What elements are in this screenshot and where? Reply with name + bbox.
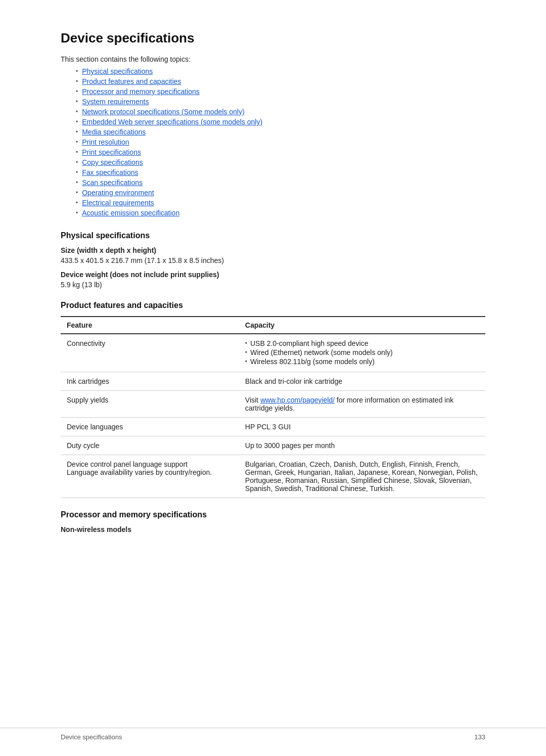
- toc-link-scan[interactable]: Scan specifications: [82, 179, 143, 187]
- capacity-cell: Visit www.hp.com/pageyield/ for more inf…: [239, 391, 485, 418]
- toc-item: Network protocol specifications (Some mo…: [76, 108, 485, 116]
- table-header-capacity: Capacity: [239, 317, 485, 334]
- table-row: Duty cycle Up to 3000 pages per month: [61, 436, 485, 455]
- feature-cell: Supply yields: [61, 391, 239, 418]
- toc-link-copy[interactable]: Copy specifications: [82, 158, 143, 166]
- table-row: Ink cartridges Black and tri-color ink c…: [61, 372, 485, 391]
- feature-cell: Duty cycle: [61, 436, 239, 455]
- table-header-feature: Feature: [61, 317, 239, 334]
- table-row: Device control panel language support La…: [61, 455, 485, 498]
- toc-item: Electrical requirements: [76, 199, 485, 207]
- toc-link-physical[interactable]: Physical specifications: [82, 67, 153, 75]
- toc-link-features[interactable]: Product features and capacities: [82, 77, 181, 85]
- toc-link-fax[interactable]: Fax specifications: [82, 168, 138, 176]
- table-row: Supply yields Visit www.hp.com/pageyield…: [61, 391, 485, 418]
- feature-cell: Ink cartridges: [61, 372, 239, 391]
- toc-link-operatingenv[interactable]: Operating environment: [82, 189, 154, 197]
- toc-link-system[interactable]: System requirements: [82, 98, 149, 106]
- toc-item: Acoustic emission specification: [76, 209, 485, 217]
- toc-item: Media specifications: [76, 128, 485, 136]
- feature-cell: Device languages: [61, 418, 239, 436]
- size-value: 433.5 x 401.5 x 216.7 mm (17.1 x 15.8 x …: [61, 256, 485, 264]
- toc-item: Fax specifications: [76, 168, 485, 176]
- footer-page-number: 133: [474, 733, 485, 741]
- toc-item: Physical specifications: [76, 67, 485, 75]
- non-wireless-label: Non-wireless models: [61, 525, 485, 533]
- toc-item: Print resolution: [76, 138, 485, 146]
- toc-item: Product features and capacities: [76, 77, 485, 85]
- capacity-cell: Black and tri-color ink cartridge: [239, 372, 485, 391]
- toc-link-printres[interactable]: Print resolution: [82, 138, 129, 146]
- size-label: Size (width x depth x height): [61, 246, 485, 254]
- toc-link-electrical[interactable]: Electrical requirements: [82, 199, 154, 207]
- toc-item: Scan specifications: [76, 179, 485, 187]
- toc-link-printspec[interactable]: Print specifications: [82, 148, 141, 156]
- capacity-cell: Bulgarian, Croatian, Czech, Danish, Dutc…: [239, 455, 485, 498]
- processor-section-heading: Processor and memory specifications: [61, 510, 485, 519]
- feature-cell: Device control panel language support La…: [61, 455, 239, 498]
- list-item: USB 2.0-compliant high speed device: [245, 339, 479, 347]
- features-section-heading: Product features and capacities: [61, 301, 485, 310]
- footer: Device specifications 133: [0, 728, 546, 741]
- weight-label: Device weight (does not include print su…: [61, 271, 485, 279]
- weight-value: 5.9 kg (13 lb): [61, 281, 485, 289]
- toc-link-processor[interactable]: Processor and memory specifications: [82, 87, 200, 96]
- table-row: Connectivity USB 2.0-compliant high spee…: [61, 334, 485, 372]
- toc-item: Copy specifications: [76, 158, 485, 166]
- toc-item: Processor and memory specifications: [76, 87, 485, 96]
- list-item: Wireless 802.11b/g (some models only): [245, 358, 479, 366]
- toc-list: Physical specifications Product features…: [76, 67, 485, 217]
- toc-link-network[interactable]: Network protocol specifications (Some mo…: [82, 108, 244, 116]
- feature-cell: Connectivity: [61, 334, 239, 372]
- intro-text: This section contains the following topi…: [61, 55, 485, 63]
- footer-section-label: Device specifications: [61, 733, 474, 741]
- list-item: Wired (Ethernet) network (some models on…: [245, 348, 479, 357]
- toc-item: Print specifications: [76, 148, 485, 156]
- supply-yields-link[interactable]: www.hp.com/pageyield/: [260, 396, 335, 404]
- toc-link-ews[interactable]: Embedded Web server specifications (some…: [82, 118, 262, 126]
- physical-section-heading: Physical specifications: [61, 231, 485, 240]
- capacity-cell: HP PCL 3 GUI: [239, 418, 485, 436]
- toc-item: System requirements: [76, 98, 485, 106]
- toc-item: Embedded Web server specifications (some…: [76, 118, 485, 126]
- toc-link-acoustic[interactable]: Acoustic emission specification: [82, 209, 179, 217]
- features-table: Feature Capacity Connectivity USB 2.0-co…: [61, 316, 485, 498]
- table-row: Device languages HP PCL 3 GUI: [61, 418, 485, 436]
- page-title: Device specifications: [61, 30, 485, 46]
- capacity-cell: USB 2.0-compliant high speed device Wire…: [239, 334, 485, 372]
- toc-item: Operating environment: [76, 189, 485, 197]
- capacity-cell: Up to 3000 pages per month: [239, 436, 485, 455]
- toc-link-media[interactable]: Media specifications: [82, 128, 146, 136]
